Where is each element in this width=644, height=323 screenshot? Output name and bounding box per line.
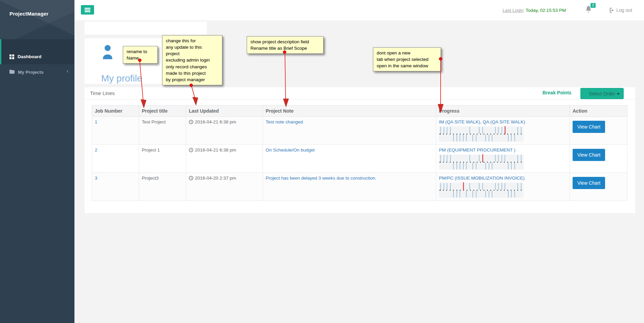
- logout-button[interactable]: Log out: [608, 7, 632, 13]
- cell-job-number: 3: [92, 173, 139, 201]
- table-row: 2 Project 1 2016-04-21 6:38 pm On Schedu…: [92, 145, 627, 173]
- timeline-tick: [502, 127, 502, 134]
- progress-timeline-chart[interactable]: [439, 126, 524, 142]
- view-chart-button[interactable]: View Chart: [573, 121, 605, 133]
- timeline-tick: [440, 155, 441, 162]
- cell-project-note: On Schedule/On budget: [263, 145, 436, 173]
- timeline-tick: [521, 155, 521, 162]
- top-navbar: Last Login Today, 02:15:53 PM 0 Log out: [74, 0, 644, 20]
- page-title: My profile: [101, 73, 142, 84]
- last-login-link[interactable]: Last Login: [503, 8, 524, 13]
- timeline-tick: [485, 163, 486, 169]
- cell-last-updated: 2016-04-20 2:37 pm: [186, 173, 263, 201]
- clock-icon: [189, 176, 193, 180]
- notifications-bell[interactable]: 0: [585, 6, 593, 15]
- progress-timeline-chart[interactable]: [439, 183, 524, 198]
- job-number-link[interactable]: 1: [95, 119, 97, 124]
- page: ProjectManager Dashboard My Projects ‹ L…: [0, 0, 644, 323]
- chevron-left-icon[interactable]: ‹: [67, 68, 68, 74]
- timeline-tick: [472, 191, 473, 198]
- timeline-tick: [463, 135, 464, 141]
- sidebar-item-label: My Projects: [18, 70, 44, 75]
- timeline-tick: [498, 155, 499, 162]
- break-points-link[interactable]: Break Points: [542, 90, 572, 95]
- timeline-tick: [444, 127, 444, 134]
- timeline-tick: [472, 163, 473, 169]
- cell-progress: PM (EQUIPMENT PROCUREMENT ): [436, 145, 570, 173]
- timeline-tick: [498, 183, 499, 190]
- cell-last-updated: 2016-04-21 6:38 pm: [186, 117, 263, 145]
- col-header-job-number: Job Number: [92, 106, 139, 117]
- project-note-link[interactable]: On Schedule/On budget: [266, 147, 315, 153]
- clock-icon: [189, 148, 193, 152]
- timeline-tick: [489, 135, 489, 141]
- last-updated-text: 2016-04-20 2:37 pm: [195, 176, 236, 181]
- timeline-tick: [479, 127, 480, 134]
- progress-label-link[interactable]: PM (EQUIPMENT PROCUREMENT ): [439, 147, 515, 153]
- col-header-progress: Progress: [436, 106, 570, 117]
- timeline-tick: [502, 155, 502, 162]
- topbar-right-group: Last Login Today, 02:15:53 PM 0 Log out: [503, 0, 632, 20]
- timeline-tick: [479, 155, 480, 162]
- timeline-tick: [495, 183, 496, 190]
- timeline-tick: [482, 127, 483, 134]
- view-chart-button[interactable]: View Chart: [573, 149, 605, 161]
- folder-icon: [9, 69, 15, 75]
- cell-progress: IM (QA SITE WALK), QA (QA SITE WALK): [436, 117, 570, 145]
- user-avatar-icon: [102, 45, 114, 61]
- timeline-tick: [505, 155, 505, 162]
- timeline-tick: [495, 127, 496, 134]
- progress-label-link[interactable]: IM (QA SITE WALK), QA (QA SITE WALK): [439, 119, 525, 124]
- hamburger-menu-button[interactable]: [81, 5, 94, 15]
- timeline-tick: [460, 135, 460, 141]
- timeline-tick: [485, 135, 486, 141]
- timeline-tick: [466, 135, 467, 141]
- sticky-note-progress: dont open a new tab when project selecte…: [373, 47, 441, 71]
- cell-action: View Chart: [570, 173, 627, 201]
- timeline-tick: [476, 135, 476, 141]
- timeline-tick: [444, 155, 444, 162]
- sidebar-item-dashboard[interactable]: Dashboard: [0, 39, 74, 64]
- job-number-link[interactable]: 2: [95, 147, 97, 153]
- timeline-tick: [492, 163, 492, 169]
- sidebar-item-label: Dashboard: [18, 54, 42, 59]
- select-order-label: Select Order: [589, 91, 616, 96]
- brand-logo: ProjectManager: [9, 11, 48, 17]
- timeline-dotted-axis: [440, 190, 523, 191]
- timeline-tick: [508, 191, 509, 198]
- timeline-tick: [517, 127, 518, 134]
- timeline-tick: [453, 135, 454, 141]
- sticky-note-rename: rename to Name: [123, 46, 158, 64]
- timeline-tick: [511, 135, 512, 141]
- timeline-tick: [447, 183, 447, 190]
- timeline-red-tick: [482, 154, 483, 162]
- timeline-tick: [450, 155, 451, 162]
- timeline-tick: [511, 191, 512, 198]
- project-note-link[interactable]: Project has been delayed 3 weeks due to …: [266, 176, 376, 181]
- cell-project-note: Project has been delayed 3 weeks due to …: [263, 173, 436, 201]
- timeline-tick: [440, 127, 441, 134]
- sidebar-item-my-projects[interactable]: My Projects ‹: [0, 64, 74, 80]
- timeline-tick: [498, 127, 499, 134]
- timeline-tick: [469, 155, 470, 162]
- progress-label-link[interactable]: PM/PC (ISSUE MOBILIZATION INVOICE): [439, 176, 525, 181]
- progress-timeline-chart[interactable]: [439, 155, 524, 170]
- timeline-tick: [457, 163, 457, 169]
- job-number-link[interactable]: 3: [95, 176, 97, 181]
- project-note-link[interactable]: Test note changed: [266, 119, 303, 124]
- last-login-time: Today, 02:15:53 PM: [526, 8, 566, 13]
- timeline-tick: [479, 183, 480, 190]
- timeline-tick: [511, 163, 512, 169]
- timeline-tick: [492, 191, 492, 198]
- timeline-tick: [517, 155, 518, 162]
- view-chart-button[interactable]: View Chart: [573, 177, 605, 189]
- timeline-tick: [457, 135, 457, 141]
- timeline-tick: [517, 183, 518, 190]
- select-order-dropdown[interactable]: Select Order: [580, 88, 624, 99]
- timeline-tick: [447, 127, 447, 134]
- timeline-tick: [440, 183, 441, 190]
- timelines-table-body: 1 Test Project 2016-04-21 6:38 pm Test n…: [92, 117, 627, 201]
- cell-action: View Chart: [570, 117, 627, 145]
- timelines-panel: Job Number Project title Last Updated Pr…: [85, 99, 635, 213]
- cell-progress: PM/PC (ISSUE MOBILIZATION INVOICE): [436, 173, 570, 201]
